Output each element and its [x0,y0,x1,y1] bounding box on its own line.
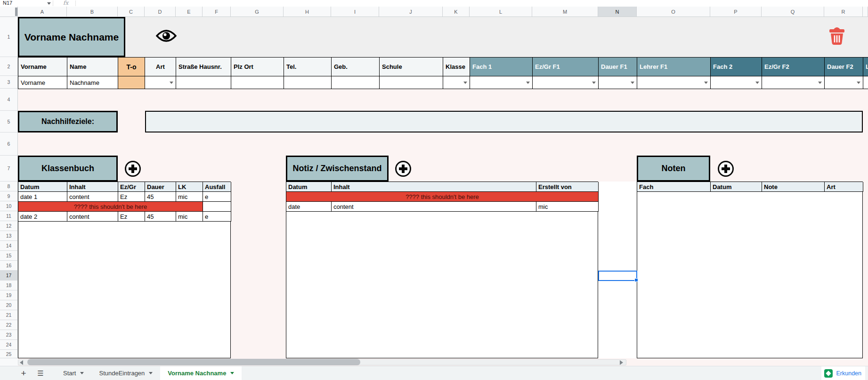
delete-student-button[interactable] [829,27,845,47]
tab-stunde-eintragen[interactable]: StundeEintragen [91,366,160,380]
klassenbuch-col-lk[interactable]: LK [176,182,203,192]
noten-col-fach[interactable]: Fach [637,182,711,192]
column-letter[interactable]: M [532,7,598,17]
add-klassenbuch-entry-button[interactable] [125,161,141,177]
column-letter[interactable]: I [331,7,379,17]
header-cell-vorname[interactable]: Vorname [18,58,67,76]
cell-datum[interactable]: date [286,202,332,212]
cell-plz-ort-value[interactable] [231,76,284,89]
column-letter[interactable]: O [637,7,710,17]
cell-klasse-dropdown[interactable] [443,76,470,89]
row-number[interactable]: 24 [0,340,18,350]
header-cell-t-o[interactable]: T-o [118,58,145,76]
row-number[interactable]: 20 [0,300,18,310]
cell-ezgr[interactable]: Ez [118,212,145,222]
cell-fach2-dropdown[interactable] [711,76,762,89]
nachhilfeziele-input[interactable] [145,111,863,132]
row-number[interactable]: 3 [0,76,18,89]
cell-datum[interactable]: date 1 [18,192,67,202]
column-letter[interactable]: A [18,7,67,17]
cell-art-dropdown[interactable] [145,76,176,89]
header-cell-strasse[interactable]: Straße Hausnr. [176,58,231,76]
cell-lehrer-f2-dropdown[interactable] [863,76,868,89]
header-cell-plz-ort[interactable]: Plz Ort [231,58,284,76]
cell-schule-value[interactable] [380,76,443,89]
noten-empty-area[interactable] [637,192,862,358]
klassenbuch-col-dauer[interactable]: Dauer [145,182,176,192]
add-noten-entry-button[interactable] [718,161,734,177]
header-cell-name[interactable]: Name [67,58,118,76]
tab-start[interactable]: Start [56,366,91,380]
explore-button[interactable]: Erkunden [821,366,865,380]
name-box-caret-icon[interactable] [47,2,51,5]
all-sheets-menu-icon[interactable]: ☰ [36,369,45,378]
header-cell-geb[interactable]: Geb. [332,58,380,76]
horizontal-scrollbar-thumb[interactable] [27,359,360,365]
row-number[interactable]: 15 [0,251,18,261]
header-cell-fach1[interactable]: Fach 1 [470,58,533,76]
student-title-cell[interactable]: Vorname Nachname [18,17,125,57]
row-number[interactable]: 16 [0,261,18,271]
notiz-col-datum[interactable]: Datum [286,182,332,192]
cell-dauer-f1-dropdown[interactable] [599,76,637,89]
row-number[interactable]: 4 [0,89,18,111]
cell-inhalt[interactable]: content [67,192,118,202]
cell-datum[interactable]: date 2 [18,212,67,222]
cell-inhalt[interactable]: content [332,202,536,212]
formula-input[interactable] [76,0,868,6]
cell-name-value[interactable]: Nachname [67,76,118,89]
row-number[interactable]: 22 [0,320,18,330]
header-cell-ezgr-f1[interactable]: Ez/Gr F1 [533,58,599,76]
header-cell-lehrer-f2[interactable]: Lehrer F2 [863,58,868,76]
header-cell-art[interactable]: Art [145,58,176,76]
row-number[interactable]: 18 [0,281,18,290]
row-number[interactable]: 14 [0,241,18,251]
cell-ezgr-f1-dropdown[interactable] [533,76,599,89]
column-letter[interactable]: K [443,7,470,17]
noten-col-art[interactable]: Art [825,182,863,192]
column-letter[interactable]: D [145,7,176,17]
row-number[interactable]: 11 [0,211,18,221]
cell-ezgr[interactable]: Ez [118,192,145,202]
error-banner[interactable]: ???? this shouldn't be here [18,202,203,212]
row-number[interactable]: 8 [0,182,18,191]
cell-tel-value[interactable] [284,76,332,89]
klassenbuch-col-inhalt[interactable]: Inhalt [67,182,118,192]
column-letter[interactable]: Q [762,7,824,17]
klassenbuch-col-ausfall[interactable]: Ausfall [203,182,231,192]
cell-geb-value[interactable] [332,76,380,89]
row-number[interactable]: 21 [0,310,18,320]
cell-lehrer-f1-dropdown[interactable] [637,76,711,89]
header-cell-ezgr-f2[interactable]: Ez/Gr F2 [762,58,825,76]
add-notiz-entry-button[interactable] [395,161,411,177]
notiz-col-inhalt[interactable]: Inhalt [332,182,536,192]
row-number[interactable]: 5 [0,111,18,132]
error-banner[interactable]: ???? this shouldn't be here [286,192,599,202]
cell-dauer-f2-dropdown[interactable] [825,76,863,89]
header-cell-dauer-f1[interactable]: Dauer F1 [599,58,637,76]
row-number[interactable]: 25 [0,350,18,358]
notiz-title-cell[interactable]: Notiz / Zwischenstand [286,156,389,182]
noten-title-cell[interactable]: Noten [637,156,710,182]
notiz-col-erstellt-von[interactable]: Erstellt von [536,182,599,192]
row-number[interactable]: 1 [0,17,18,57]
scroll-right-icon[interactable] [620,360,623,365]
add-sheet-button[interactable]: + [19,368,28,379]
header-cell-dauer-f2[interactable]: Dauer F2 [825,58,863,76]
header-cell-lehrer-f1[interactable]: Lehrer F1 [637,58,711,76]
nachhilfeziele-label-cell[interactable]: Nachhilfeziele: [18,111,118,132]
cell-fach1-dropdown[interactable] [470,76,533,89]
cell-ezgr-f2-dropdown[interactable] [762,76,825,89]
row-number[interactable]: 9 [0,191,18,201]
cell-erstellt-von[interactable]: mic [536,202,599,212]
show-details-button[interactable] [156,29,177,45]
column-letter[interactable]: F [203,7,231,17]
cell-inhalt[interactable]: content [67,212,118,222]
column-letter[interactable]: L [470,7,532,17]
tab-vorname-nachname-active[interactable]: Vorname Nachname [160,366,242,380]
column-letter[interactable]: E [176,7,203,17]
column-letter[interactable]: H [284,7,331,17]
header-cell-schule[interactable]: Schule [380,58,443,76]
cell-dauer[interactable]: 45 [145,192,176,202]
cell-ausfall[interactable] [203,202,231,212]
